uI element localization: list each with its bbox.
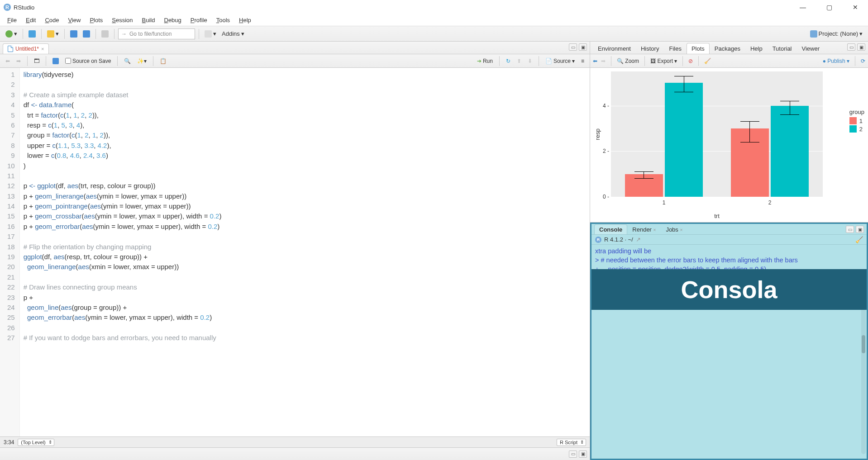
project-menu[interactable]: Project: (None) ▾	[808, 29, 864, 39]
menu-plots[interactable]: Plots	[86, 15, 106, 25]
close-button[interactable]: ✕	[846, 4, 864, 11]
re-run-icon[interactable]: ↻	[504, 57, 512, 65]
minimize-pane-icon[interactable]: ▭	[847, 43, 855, 51]
outline-toggle-icon[interactable]: ≡	[579, 57, 586, 65]
minimize-button[interactable]: —	[794, 4, 812, 11]
r-version-label: R 4.1.2 · ~/	[604, 236, 633, 243]
source-tab-title: Untitled1*	[15, 46, 39, 52]
print-button[interactable]	[100, 29, 110, 39]
addins-button[interactable]: Addins ▾	[220, 29, 246, 38]
new-project-button[interactable]	[27, 29, 38, 39]
save-all-button[interactable]	[81, 29, 92, 39]
compile-report-icon[interactable]: 📋	[158, 57, 168, 65]
rstudio-logo-icon: R	[4, 4, 11, 11]
source-statusbar: 3:34 (Top Level) R Script	[0, 436, 590, 447]
zoom-button[interactable]: 🔍 Zoom	[617, 58, 639, 64]
right-top-tabstrip: EnvironmentHistoryFilesPlotsPackagesHelp…	[590, 42, 868, 54]
export-button[interactable]: 🖼 Export ▾	[650, 58, 677, 64]
source-toolbar: ⬅ ➡ 🗔 Source on Save 🔍 ✨▾ 📋 ➔ Run ↻ ⬆ ⬇ …	[0, 54, 590, 68]
view-mode-button[interactable]: ▾	[203, 29, 218, 39]
source-menu-button[interactable]: 📄 Source ▾	[544, 57, 577, 65]
menu-edit[interactable]: Edit	[22, 15, 39, 25]
tab-viewer[interactable]: Viewer	[797, 43, 825, 54]
left-column: Untitled1* × ▭ ▣ ⬅ ➡ 🗔 Source on Save 🔍 …	[0, 42, 590, 460]
language-selector[interactable]: R Script	[557, 439, 586, 446]
plot-prev-icon[interactable]: ⬅	[593, 58, 597, 64]
menu-tools[interactable]: Tools	[213, 15, 234, 25]
menu-session[interactable]: Session	[108, 15, 136, 25]
workspace: Untitled1* × ▭ ▣ ⬅ ➡ 🗔 Source on Save 🔍 …	[0, 42, 868, 460]
app-title: RStudio	[14, 4, 794, 11]
menu-code[interactable]: Code	[41, 15, 62, 25]
right-column: EnvironmentHistoryFilesPlotsPackagesHelp…	[590, 42, 868, 460]
line-gutter: 1234567891011121314151617181920212223242…	[0, 68, 20, 436]
minimize-pane-icon[interactable]: ▭	[569, 43, 577, 51]
show-in-new-window-icon[interactable]: 🗔	[32, 57, 41, 65]
menubar: FileEditCodeViewPlotsSessionBuildDebugPr…	[0, 14, 868, 26]
source-on-save-checkbox[interactable]: Source on Save	[63, 57, 113, 65]
tab-tutorial[interactable]: Tutorial	[768, 43, 797, 54]
scope-selector[interactable]: (Top Level)	[18, 439, 54, 446]
code-area[interactable]: library(tidyverse)# Create a simple exam…	[20, 68, 590, 436]
clear-all-plots-icon[interactable]: 🧹	[704, 58, 711, 64]
console-tab-render[interactable]: Render ×	[627, 224, 661, 234]
tab-environment[interactable]: Environment	[593, 43, 636, 54]
open-file-button[interactable]: ▾	[45, 29, 61, 39]
maximize-pane-icon[interactable]: ▣	[857, 43, 865, 51]
menu-file[interactable]: File	[4, 15, 20, 25]
refresh-plot-icon[interactable]: ⟳	[861, 58, 865, 64]
tab-plots[interactable]: Plots	[687, 43, 710, 54]
left-bottom-collapsed-pane: ▭ ▣	[0, 447, 590, 460]
menu-help[interactable]: Help	[235, 15, 255, 25]
go-down-icon[interactable]: ⬇	[526, 57, 534, 65]
popout-icon[interactable]: ↗	[636, 236, 641, 243]
cursor-position: 3:34	[4, 439, 14, 446]
code-editor[interactable]: 1234567891011121314151617181920212223242…	[0, 68, 590, 436]
remove-plot-icon[interactable]: ⊘	[688, 58, 693, 64]
tab-history[interactable]: History	[636, 43, 664, 54]
plot-viewer: resp0 -2 -4 -12trtgroup12	[590, 68, 868, 222]
console-tab-jobs[interactable]: Jobs ×	[661, 224, 687, 234]
plot-next-icon[interactable]: ➡	[601, 58, 606, 64]
maximize-button[interactable]: ▢	[820, 4, 838, 11]
clear-console-icon[interactable]: 🧹	[855, 236, 863, 243]
plots-toolbar: ⬅ ➡ 🔍 Zoom 🖼 Export ▾ ⊘ 🧹 ● Publish ▾ ⟳	[590, 54, 868, 68]
right-top-pane: EnvironmentHistoryFilesPlotsPackagesHelp…	[590, 42, 868, 223]
tab-close-icon[interactable]: ×	[41, 46, 44, 52]
console-info-bar: R R 4.1.2 · ~/ ↗ 🧹	[591, 235, 867, 245]
overlay-label: Consola	[591, 269, 867, 310]
maximize-pane-icon[interactable]: ▣	[856, 226, 864, 233]
go-up-icon[interactable]: ⬆	[515, 57, 523, 65]
code-tools-icon[interactable]: ✨▾	[135, 57, 148, 65]
publish-button[interactable]: ● Publish ▾	[823, 58, 849, 64]
new-file-button[interactable]: ▾	[4, 29, 19, 39]
source-tabstrip: Untitled1* × ▭ ▣	[0, 42, 590, 54]
window-controls: — ▢ ✕	[794, 4, 864, 11]
find-replace-icon[interactable]: 🔍	[122, 57, 133, 65]
minimize-pane-icon[interactable]: ▭	[846, 226, 854, 233]
tab-files[interactable]: Files	[664, 43, 686, 54]
maximize-pane-icon[interactable]: ▣	[579, 43, 587, 51]
tab-packages[interactable]: Packages	[710, 43, 745, 54]
menu-profile[interactable]: Profile	[187, 15, 211, 25]
document-icon	[8, 46, 13, 52]
menu-build[interactable]: Build	[138, 15, 159, 25]
console-tabstrip: ConsoleRender ×Jobs × ▭ ▣	[591, 224, 867, 235]
console-pane: ConsoleRender ×Jobs × ▭ ▣ R R 4.1.2 · ~/…	[590, 223, 868, 460]
menu-debug[interactable]: Debug	[161, 15, 185, 25]
save-source-icon[interactable]	[51, 57, 61, 65]
titlebar: R RStudio — ▢ ✕	[0, 0, 868, 14]
console-tab-console[interactable]: Console	[594, 224, 627, 234]
menu-view[interactable]: View	[64, 15, 84, 25]
forward-icon[interactable]: ➡	[14, 57, 23, 65]
main-toolbar: ▾ ▾ Go to file/function ▾ Addins ▾ Proje…	[0, 26, 868, 42]
run-button[interactable]: ➔ Run	[475, 57, 495, 65]
r-logo-icon: R	[595, 237, 601, 243]
maximize-pane-icon[interactable]: ▣	[579, 451, 587, 458]
goto-file-function-input[interactable]: Go to file/function	[118, 28, 195, 39]
source-tab-untitled1[interactable]: Untitled1* ×	[3, 43, 49, 54]
save-button[interactable]	[68, 29, 79, 39]
tab-help[interactable]: Help	[745, 43, 768, 54]
back-icon[interactable]: ⬅	[4, 57, 12, 65]
minimize-pane-icon[interactable]: ▭	[569, 451, 577, 458]
